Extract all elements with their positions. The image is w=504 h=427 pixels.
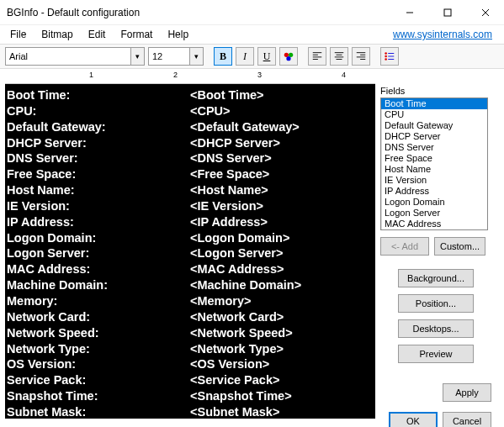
desktops-button[interactable]: Desktops... [398,319,474,338]
chevron-down-icon[interactable]: ▾ [131,47,145,66]
chevron-down-icon[interactable]: ▾ [190,47,204,66]
close-button[interactable] [466,0,504,25]
editor-label: Network Type: [7,341,190,357]
italic-button[interactable]: I [236,47,254,66]
editor-value: <OS Version> [190,356,269,372]
svg-point-19 [385,52,387,55]
apply-button[interactable]: Apply [443,383,491,402]
editor-value: <IP Address> [190,214,268,230]
svg-point-5 [289,53,293,57]
field-item[interactable]: DHCP Server [381,131,487,142]
background-button[interactable]: Background... [398,269,474,287]
align-right-button[interactable] [352,47,370,66]
editor-row: MAC Address:<MAC Address> [7,261,374,277]
menu-format[interactable]: Format [114,27,159,42]
editor-value: <IE Version> [190,198,263,214]
ruler-mark: 2 [173,71,178,79]
ruler-mark: 4 [342,71,346,79]
bold-button[interactable]: B [214,47,232,66]
align-center-button[interactable] [330,47,348,66]
preview-button[interactable]: Preview [398,345,474,363]
editor-row: Memory:<Memory> [7,293,374,309]
editor-row: DNS Server:<DNS Server> [7,150,374,166]
field-item[interactable]: CPU [381,109,487,120]
cancel-button[interactable]: Cancel [443,412,491,427]
editor-label: Boot Time: [7,87,190,103]
svg-point-4 [284,53,289,57]
ruler-mark: 3 [257,71,262,79]
editor-value: <Logon Domain> [190,230,289,246]
menu-help[interactable]: Help [161,27,195,42]
editor-area[interactable]: Boot Time:<Boot Time>CPU:<CPU>Default Ga… [5,84,375,419]
menu-edit[interactable]: Edit [82,27,113,42]
field-item[interactable]: Logon Server [381,208,487,219]
editor-row: IE Version:<IE Version> [7,198,374,214]
editor-label: MAC Address: [7,261,190,277]
editor-label: Host Name: [7,182,190,198]
editor-row: Network Speed:<Network Speed> [7,325,374,341]
editor-row: Boot Time:<Boot Time> [7,87,374,103]
editor-label: Logon Server: [7,245,190,261]
format-toolbar: ▾ ▾ B I U [0,44,504,69]
editor-label: DHCP Server: [7,135,190,151]
field-item[interactable]: Host Name [381,164,487,175]
field-item[interactable]: Free Space [381,153,487,164]
editor-label: Snapshot Time: [7,388,190,404]
editor-value: <Memory> [190,293,252,309]
color-button[interactable] [279,47,298,66]
editor-label: IP Address: [7,214,190,230]
editor-label: Subnet Mask: [7,404,190,419]
editor-value: <MAC Address> [190,261,284,277]
font-select[interactable] [5,47,131,66]
field-item[interactable]: Logon Domain [381,197,487,208]
editor-row: DHCP Server:<DHCP Server> [7,135,374,151]
menu-file[interactable]: File [3,27,33,42]
editor-label: CPU: [7,103,190,119]
field-item[interactable]: IE Version [381,175,487,186]
editor-value: <Free Space> [190,166,269,182]
maximize-button[interactable] [428,0,466,25]
svg-rect-1 [444,9,451,16]
editor-row: Subnet Mask:<Subnet Mask> [7,404,374,419]
menu-bitmap[interactable]: Bitmap [34,27,79,42]
bullets-button[interactable] [380,47,399,66]
menubar: File Bitmap Edit Format Help www.sysinte… [0,25,504,44]
font-size-select[interactable] [148,47,190,66]
editor-row: Logon Domain:<Logon Domain> [7,230,374,246]
field-item[interactable]: IP Address [381,186,487,197]
position-button[interactable]: Position... [398,294,474,313]
ok-button[interactable]: OK [389,412,438,427]
editor-row: Network Card:<Network Card> [7,309,374,325]
editor-row: CPU:<CPU> [7,103,374,119]
sysinternals-link[interactable]: www.sysinternals.com [393,29,492,40]
field-item[interactable]: MAC Address [381,219,487,229]
ruler: 1 2 3 4 [5,69,375,84]
underline-button[interactable]: U [257,47,276,66]
window-title: BGInfo - Default configuration [7,7,390,18]
fields-listbox[interactable]: Boot TimeCPUDefault GatewayDHCP ServerDN… [380,98,488,230]
editor-label: Machine Domain: [7,277,190,293]
field-item[interactable]: DNS Server [381,142,487,153]
fields-label: Fields [380,86,491,96]
editor-value: <Default Gateway> [190,119,300,135]
titlebar: BGInfo - Default configuration [0,0,504,25]
editor-value: <DHCP Server> [190,135,280,151]
editor-label: Logon Domain: [7,230,190,246]
minimize-button[interactable] [390,0,428,25]
custom-button[interactable]: Custom... [434,237,485,256]
editor-label: Network Card: [7,309,190,325]
editor-row: Logon Server:<Logon Server> [7,245,374,261]
align-left-button[interactable] [308,47,326,66]
editor-row: Host Name:<Host Name> [7,182,374,198]
field-item[interactable]: Default Gateway [381,120,487,131]
editor-value: <CPU> [190,103,231,119]
editor-value: <Snapshot Time> [190,388,292,404]
editor-value: <Network Speed> [190,325,293,341]
editor-value: <Service Pack> [190,372,279,388]
add-button[interactable]: <- Add [380,237,429,256]
editor-row: Machine Domain:<Machine Domain> [7,277,374,293]
editor-row: IP Address:<IP Address> [7,214,374,230]
editor-row: Snapshot Time:<Snapshot Time> [7,388,374,404]
ruler-mark: 1 [89,71,93,79]
field-item[interactable]: Boot Time [381,98,487,109]
